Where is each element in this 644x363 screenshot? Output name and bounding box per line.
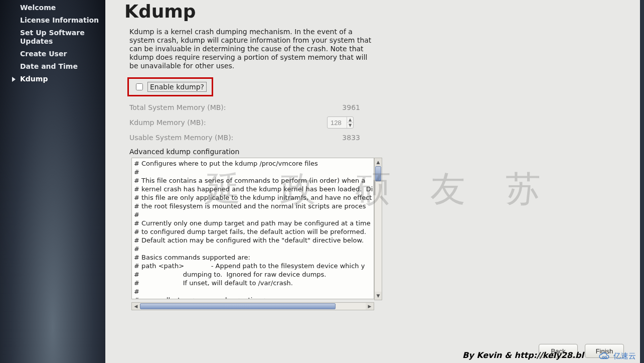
scroll-left-arrow[interactable]: ◀ — [132, 303, 140, 310]
sidebar-item-license-information[interactable]: License Information — [0, 15, 105, 27]
enable-kdump-checkbox[interactable] — [136, 83, 143, 90]
intro-text: Kdump is a kernel crash dumping mechanis… — [129, 28, 374, 70]
total-memory-value: 3961 — [330, 103, 360, 111]
sidebar-item-welcome[interactable]: Welcome — [0, 2, 105, 15]
vertical-scroll-track[interactable] — [375, 166, 382, 292]
advanced-config-textarea[interactable] — [131, 158, 374, 299]
spinner-up-button[interactable]: ▲ — [347, 117, 353, 123]
cloud-brand-text: 亿速云 — [613, 351, 636, 361]
sidebar: WelcomeLicense InformationSet Up Softwar… — [0, 0, 105, 363]
cloud-icon — [597, 352, 611, 361]
sidebar-item-label: Kdump — [20, 75, 48, 83]
sidebar-item-create-user[interactable]: Create User — [0, 48, 105, 61]
usable-memory-value: 3833 — [330, 134, 360, 142]
main-content: Kdump Kdump is a kernel crash dumping me… — [105, 0, 644, 363]
usable-memory-row: Usable System Memory (MB): 3833 — [129, 134, 644, 142]
sidebar-item-label: Welcome — [20, 4, 56, 12]
sidebar-item-label: Date and Time — [20, 62, 78, 70]
vertical-scrollbar[interactable]: ▲ ▼ — [374, 158, 382, 300]
svg-point-1 — [605, 356, 607, 358]
scroll-up-arrow[interactable]: ▲ — [375, 158, 382, 166]
scroll-down-arrow[interactable]: ▼ — [375, 292, 382, 300]
usable-memory-label: Usable System Memory (MB): — [129, 134, 330, 142]
horizontal-scroll-thumb[interactable] — [140, 303, 336, 309]
scroll-right-arrow[interactable]: ▶ — [366, 303, 374, 310]
sidebar-item-set-up-software-updates[interactable]: Set Up Software Updates — [0, 27, 105, 48]
total-memory-row: Total System Memory (MB): 3961 — [129, 103, 644, 111]
horizontal-scrollbar[interactable]: ◀ ▶ — [131, 302, 374, 310]
sidebar-item-kdump[interactable]: Kdump — [0, 73, 105, 86]
kdump-memory-spinner: ▲ ▼ — [327, 116, 354, 129]
byline-text: By Kevin & http://kely28.bl — [462, 350, 584, 360]
horizontal-scroll-track[interactable] — [140, 303, 366, 310]
enable-kdump-row: Enable kdump? — [127, 77, 213, 96]
advanced-textarea-wrap: ▲ ▼ ◀ ▶ — [131, 158, 382, 310]
advanced-title: Advanced kdump configuration — [129, 148, 644, 156]
current-step-indicator-icon — [12, 77, 16, 82]
sidebar-item-date-and-time[interactable]: Date and Time — [0, 61, 105, 73]
sidebar-item-label: Set Up Software Updates — [20, 29, 85, 45]
right-edge-strip — [640, 0, 644, 363]
enable-kdump-label[interactable]: Enable kdump? — [147, 82, 207, 92]
total-memory-label: Total System Memory (MB): — [129, 103, 330, 111]
page-title: Kdump — [124, 1, 644, 22]
kdump-memory-row: Kdump Memory (MB): ▲ ▼ — [129, 116, 644, 129]
sidebar-item-label: Create User — [20, 50, 67, 58]
svg-point-0 — [602, 356, 604, 358]
kdump-memory-input[interactable] — [328, 117, 347, 128]
kdump-memory-label: Kdump Memory (MB): — [129, 118, 330, 127]
cloud-logo: 亿速云 — [597, 351, 636, 361]
spinner-down-button[interactable]: ▼ — [347, 123, 353, 128]
sidebar-item-label: License Information — [20, 16, 99, 24]
vertical-scroll-thumb[interactable] — [375, 166, 381, 181]
